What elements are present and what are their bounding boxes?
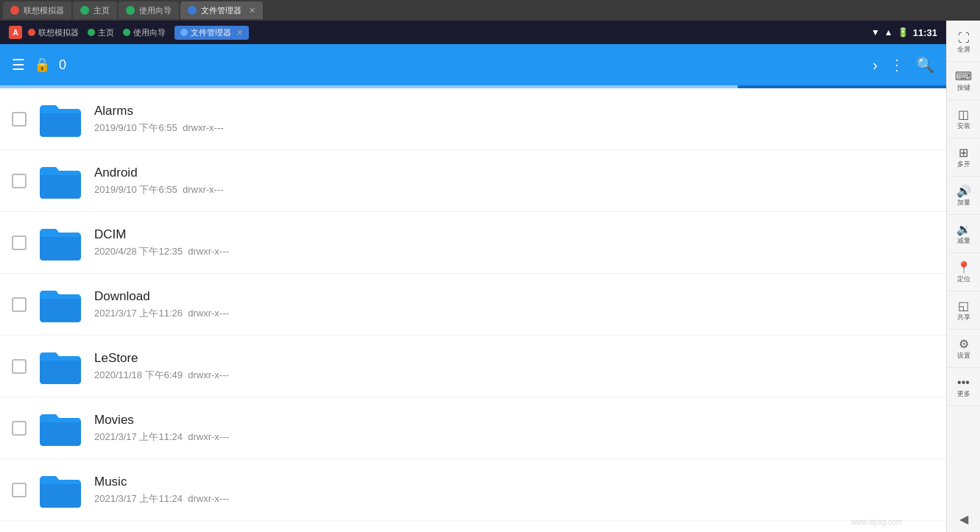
forward-icon[interactable]: ›	[873, 57, 878, 74]
tab-close-icon[interactable]: ✕	[249, 6, 255, 15]
checkbox-android[interactable]	[12, 174, 27, 188]
file-name-movies: Movies	[94, 413, 229, 428]
app-icon: A	[9, 26, 22, 39]
status-tab-home[interactable]: 主页	[88, 27, 114, 38]
sidebar-btn-location[interactable]: 📍 定位	[948, 253, 980, 291]
list-item[interactable]: LeStore 2020/11/18 下午6:49 drwxr-x---	[0, 336, 946, 397]
tab-guide[interactable]: 使用向导	[119, 1, 179, 19]
file-info-alarms: Alarms 2019/9/10 下午6:55 drwxr-x---	[94, 104, 224, 135]
status-tab-file-manager[interactable]: 文件管理器 ✕	[175, 26, 249, 40]
file-info-music: Music 2021/3/17 上午11:24 drwxr-x---	[94, 475, 229, 506]
sidebar-btn-share[interactable]: ◱ 共享	[948, 291, 980, 330]
scroll-arrow-left[interactable]: ◀	[947, 506, 981, 532]
tab-lenovo-emulator[interactable]: 联想模拟器	[3, 1, 71, 19]
lock-icon: 🔒	[34, 57, 50, 73]
list-item[interactable]: DCIM 2020/4/28 下午12:35 drwxr-x---	[0, 212, 946, 274]
folder-icon-music	[37, 469, 84, 511]
system-tabs-bar: 联想模拟器 主页 使用向导 文件管理器 ✕	[0, 0, 980, 21]
vol-up-label: 加量	[957, 199, 970, 207]
file-meta-android: 2019/9/10 下午6:55 drwxr-x---	[94, 183, 224, 196]
tab-label-guide: 使用向导	[139, 5, 172, 16]
status-tab-x-icon[interactable]: ✕	[236, 28, 243, 38]
multiopen-icon: ⊞	[959, 146, 968, 160]
file-name-alarms: Alarms	[94, 104, 224, 118]
file-meta-lestore: 2020/11/18 下午6:49 drwxr-x---	[94, 369, 229, 382]
file-meta-movies: 2021/3/17 上午11:24 drwxr-x---	[94, 430, 229, 444]
sidebar-btn-vol-down[interactable]: 🔉 减量	[948, 215, 980, 253]
more-options-icon[interactable]: ⋮	[889, 56, 904, 74]
folder-icon-lestore	[37, 346, 84, 387]
list-item[interactable]: Music 2021/3/17 上午11:24 drwxr-x---	[0, 459, 946, 521]
list-item[interactable]: Movies 2021/3/17 上午11:24 drwxr-x---	[0, 397, 946, 459]
checkbox-dcim[interactable]	[12, 235, 27, 250]
status-bar-right: ▼ ▲ 🔋 11:31	[871, 27, 937, 38]
file-name-android: Android	[94, 166, 224, 180]
file-list: Alarms 2019/9/10 下午6:55 drwxr-x---	[0, 88, 946, 532]
status-tab-lenovo[interactable]: 联想模拟器	[28, 27, 79, 38]
folder-icon-alarms	[37, 99, 84, 140]
checkbox-lestore[interactable]	[12, 359, 27, 374]
status-tab-name-home: 主页	[98, 27, 114, 38]
folder-icon-dcim	[37, 222, 84, 263]
tab-dot-file-manager	[188, 6, 197, 15]
wifi-icon: ▼	[871, 27, 880, 38]
app-topbar: ☰ 🔒 0 › ⋮ 🔍	[0, 44, 946, 85]
settings-icon: ⚙	[959, 337, 969, 351]
keyboard-icon: ⌨	[955, 69, 972, 83]
tab-home[interactable]: 主页	[73, 1, 117, 19]
sidebar-btn-settings[interactable]: ⚙ 设置	[948, 330, 980, 368]
file-name-lestore: LeStore	[94, 351, 229, 366]
topbar-right-icons: › ⋮ 🔍	[873, 56, 934, 74]
sidebar-btn-vol-up[interactable]: 🔊 加量	[948, 177, 980, 215]
tab-dot-guide	[126, 6, 135, 15]
status-tab-name-lenovo: 联想模拟器	[38, 27, 79, 38]
status-dot-file	[180, 29, 188, 36]
status-dot-lenovo	[28, 29, 35, 36]
battery-icon: 🔋	[898, 27, 909, 38]
file-name-music: Music	[94, 475, 229, 489]
location-label: 定位	[957, 276, 970, 283]
more-icon: •••	[957, 376, 970, 389]
sidebar-btn-multiopen[interactable]: ⊞ 多开	[948, 138, 980, 177]
sidebar-btn-install[interactable]: ◫ 安装	[948, 100, 980, 138]
checkbox-download[interactable]	[12, 297, 27, 312]
status-tabs-list: 联想模拟器 主页 使用向导 文件管理器 ✕	[28, 26, 249, 40]
tab-label-file-manager: 文件管理器	[201, 5, 242, 16]
status-bar-left: A 联想模拟器 主页 使用向导	[9, 26, 249, 40]
fullscreen-icon: ⛶	[958, 32, 970, 45]
checkbox-alarms[interactable]	[12, 112, 27, 127]
sidebar-btn-more[interactable]: ••• 更多	[948, 368, 980, 406]
status-dot-home	[88, 29, 95, 36]
phone-screen: A 联想模拟器 主页 使用向导	[0, 21, 946, 532]
status-time: 11:31	[913, 27, 937, 38]
location-icon: 📍	[956, 260, 971, 274]
checkbox-movies[interactable]	[12, 421, 27, 436]
menu-icon[interactable]: ☰	[12, 56, 25, 74]
tab-file-manager[interactable]: 文件管理器 ✕	[180, 1, 263, 19]
tab-label-home: 主页	[94, 5, 110, 16]
selection-count: 0	[59, 57, 864, 73]
tab-label-lenovo: 联想模拟器	[24, 5, 64, 16]
vol-down-icon: 🔉	[956, 222, 971, 236]
status-tab-guide[interactable]: 使用向导	[123, 27, 166, 38]
folder-icon-download	[37, 284, 84, 325]
file-meta-download: 2021/3/17 上午11:26 drwxr-x---	[94, 307, 229, 320]
search-icon[interactable]: 🔍	[916, 56, 934, 74]
share-icon: ◱	[958, 299, 969, 313]
sidebar-btn-fullscreen[interactable]: ⛶ 全屏	[948, 24, 980, 62]
list-item[interactable]: Download 2021/3/17 上午11:26 drwxr-x---	[0, 274, 946, 336]
list-item[interactable]: Android 2019/9/10 下午6:55 drwxr-x---	[0, 150, 946, 212]
sidebar-btn-keyboard[interactable]: ⌨ 按键	[948, 62, 980, 100]
right-sidebar: ⛶ 全屏 ⌨ 按键 ◫ 安装 ⊞ 多开 🔊 加量 🔉 减量	[946, 21, 980, 532]
file-name-dcim: DCIM	[94, 227, 229, 242]
vol-up-icon: 🔊	[956, 184, 971, 198]
file-info-android: Android 2019/9/10 下午6:55 drwxr-x---	[94, 166, 224, 196]
list-item[interactable]: Alarms 2019/9/10 下午6:55 drwxr-x---	[0, 88, 946, 150]
checkbox-music[interactable]	[12, 483, 27, 497]
tab-dot-home	[80, 6, 89, 15]
android-status-bar: A 联想模拟器 主页 使用向导	[0, 21, 946, 44]
file-info-lestore: LeStore 2020/11/18 下午6:49 drwxr-x---	[94, 351, 229, 382]
watermark: www.ldyxg.com	[851, 518, 902, 526]
multiopen-label: 多开	[957, 161, 970, 169]
file-info-dcim: DCIM 2020/4/28 下午12:35 drwxr-x---	[94, 227, 229, 258]
